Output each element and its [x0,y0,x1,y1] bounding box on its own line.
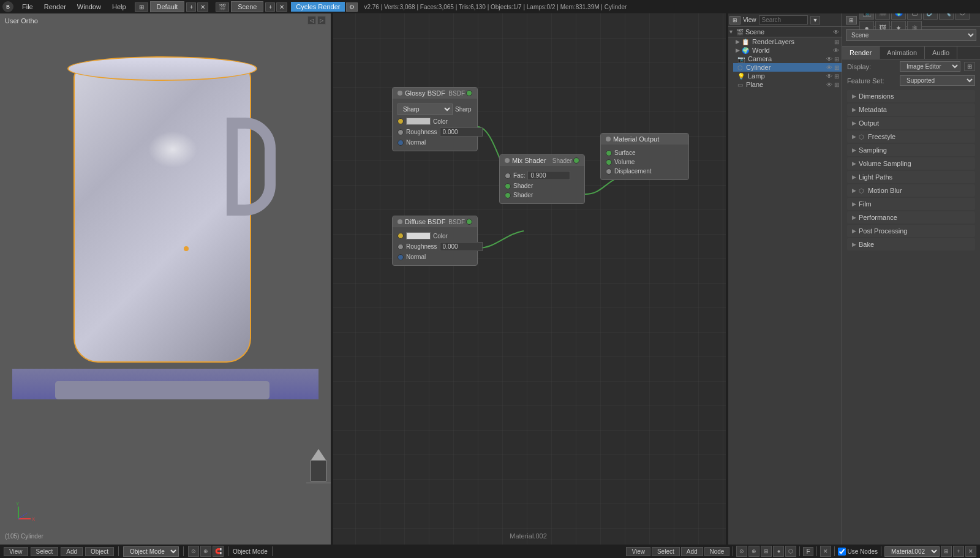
node-volume-row: Volume [601,157,688,167]
section-metadata-header[interactable]: ▶ Metadata [847,104,975,116]
add-btn-left[interactable]: Add [61,547,83,556]
display-options-btn[interactable]: ⊞ [964,62,975,71]
display-select[interactable]: Image Editor [900,61,960,72]
arrow-motion-blur: ▶ [852,187,856,194]
material-new-btn[interactable]: + [953,546,964,557]
scene-remove-btn[interactable]: ✕ [276,2,287,12]
outliner-filter-btn[interactable]: ▼ [810,16,821,25]
mode-selector[interactable]: Object Mode [123,546,179,557]
section-volume-sampling-header[interactable]: ▶ Volume Sampling [847,157,975,170]
mug-handle [227,118,276,216]
render-subtab-render[interactable]: Render [842,47,880,59]
eye-plane: 👁 [826,81,832,88]
outliner-lamp[interactable]: 💡 Lamp 👁 ⊞ [733,72,842,80]
node-color-row-diffuse: Color [393,231,477,241]
node-icon-1[interactable]: ⊙ [736,546,747,557]
expand-icon: ▼ [728,29,734,35]
section-bake-header[interactable]: ▶ Bake [847,238,975,251]
prop-tab-scene[interactable]: 🎬 [875,13,890,20]
modifier-tab-icon: 🔧 [942,13,951,17]
render-engine-select[interactable]: Cycles Render [291,2,345,12]
feature-set-select[interactable]: Supported [900,75,975,86]
mug-base [55,381,270,399]
render-subtab-animation[interactable]: Animation [880,47,925,59]
prop-tab-render[interactable]: 📷 [859,13,874,20]
outliner-search[interactable] [759,15,808,25]
node-diffuse-body: Color Roughness Normal [393,227,477,265]
node-icon-3[interactable]: ⊞ [761,546,772,557]
scene-add-btn[interactable]: + [265,2,275,12]
node-btn-right[interactable]: Node [704,547,730,556]
properties-type-btn[interactable]: ⊞ [846,16,857,25]
material-selector[interactable]: Material.002 [884,546,940,557]
nav-left-btn[interactable]: ◁ [307,16,316,25]
render-subtab-audio[interactable]: Audio [925,47,957,59]
separator-bottom-2 [183,546,184,556]
arrow-volume-sampling: ▶ [852,160,856,167]
prop-tab-constraint[interactable]: 🔗 [923,13,938,20]
engine-settings-btn[interactable]: ⚙ [346,2,358,12]
outliner-plane[interactable]: ▭ Plane 👁 ⊞ [733,80,842,89]
global-origin-btn[interactable]: ⊙ [188,546,199,557]
fac-input-mix[interactable] [527,171,570,180]
pivot-btn[interactable]: ⊕ [200,546,211,557]
scene-selector[interactable]: Scene [846,29,976,41]
section-output-header[interactable]: ▶ Output [847,117,975,129]
outliner-type-btn[interactable]: ⊞ [729,16,741,25]
menu-help[interactable]: Help [107,2,131,12]
section-light-paths-header[interactable]: ▶ Light Paths [847,171,975,183]
section-performance-header[interactable]: ▶ Performance [847,211,975,224]
outliner-header: ⊞ View ▼ [726,13,842,27]
view-btn-right[interactable]: View [626,547,650,556]
section-motion-blur-header[interactable]: ▶ ⬡ Motion Blur [847,184,975,197]
prop-tab-modifier[interactable]: 🔧 [939,13,954,20]
section-freestyle: ▶ ⬡ Freestyle [847,130,975,143]
section-freestyle-header[interactable]: ▶ ⬡ Freestyle [847,130,975,143]
workspace-add-btn[interactable]: + [186,2,196,12]
select-btn-right[interactable]: Select [652,547,680,556]
outliner-camera[interactable]: 📷 Camera 👁 ⊞ [733,55,842,63]
arrow-light-paths: ▶ [852,174,856,180]
node-dot-matout [606,137,611,141]
prop-tab-world[interactable]: 🌍 [891,13,906,20]
roughness-input-diffuse[interactable] [440,242,483,251]
object-btn-left[interactable]: Object [85,547,114,556]
node-icon-4[interactable]: ● [773,546,784,557]
prop-tab-object[interactable]: ▢ [907,13,922,20]
menu-window[interactable]: Window [72,2,106,12]
eye-lamp: 👁 [826,73,832,80]
nav-right-btn[interactable]: ▷ [317,16,326,25]
menu-file[interactable]: File [17,2,38,12]
outliner-cylinder[interactable]: ⬡ Cylinder 👁 ⊞ [733,63,842,72]
node-icon-5[interactable]: ⬡ [785,546,796,557]
menu-render[interactable]: Render [39,2,71,12]
material-del-btn[interactable]: ✕ [965,546,976,557]
color-swatch-diffuse[interactable] [406,232,431,239]
glossy-distribution-select[interactable]: Sharp [398,104,453,115]
material-options-btn[interactable]: ⊞ [941,546,952,557]
editor-type-button[interactable]: ⊞ [135,2,148,12]
prop-tab-data[interactable]: ⬡ [955,13,970,20]
section-dimensions-header[interactable]: ▶ Dimensions [847,90,975,102]
section-sampling-header[interactable]: ▶ Sampling [847,144,975,156]
use-nodes-checkbox[interactable] [838,548,846,556]
outliner-render-layers[interactable]: ▶ 📋 RenderLayers ⊞ [733,37,842,46]
workspace-remove-btn[interactable]: ✕ [197,2,208,12]
outliner-world[interactable]: ▶ 🌍 World 👁 [733,46,842,55]
select-btn-left[interactable]: Select [31,547,59,556]
svg-text:Y: Y [16,501,20,507]
arrow-film: ▶ [852,201,856,207]
view-btn-left[interactable]: View [4,547,28,556]
snap-btn[interactable]: 🧲 [213,546,224,557]
section-motion-blur: ▶ ⬡ Motion Blur [847,184,975,197]
node-icon-2[interactable]: ⊕ [748,546,760,557]
add-btn-right[interactable]: Add [681,547,703,556]
workspace-tab-default[interactable]: Default [150,1,185,12]
section-light-paths: ▶ Light Paths [847,171,975,183]
scene-type-btn[interactable]: 🎬 [216,2,229,12]
color-swatch-glossy[interactable] [406,118,431,125]
roughness-input-glossy[interactable] [440,127,483,137]
section-post-processing-header[interactable]: ▶ Post Processing [847,225,975,237]
section-film-header[interactable]: ▶ Film [847,198,975,210]
node-remove-btn[interactable]: ✕ [820,546,831,557]
